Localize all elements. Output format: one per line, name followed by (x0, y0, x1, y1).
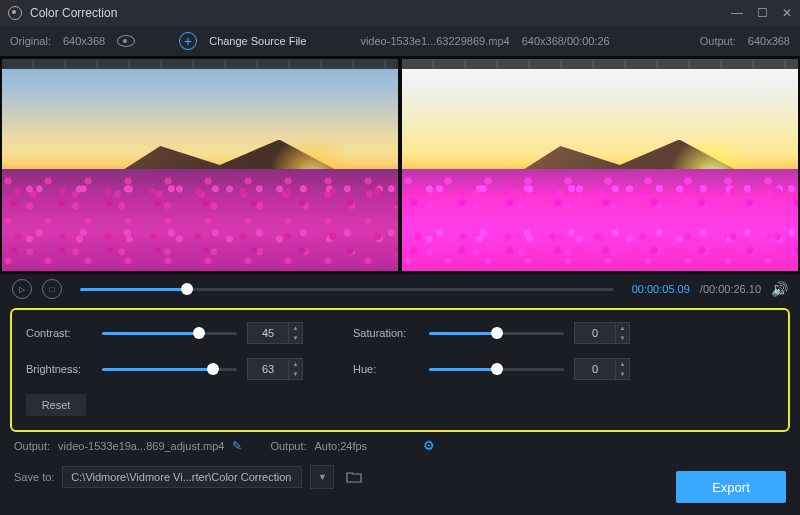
original-label: Original: (10, 35, 51, 47)
minimize-button[interactable]: — (731, 6, 743, 20)
eye-icon[interactable] (117, 35, 135, 47)
hue-label: Hue: (353, 363, 419, 375)
path-dropdown-button[interactable]: ▼ (310, 465, 334, 489)
color-correction-panel: Contrast: 45▲▼ Saturation: 0▲▼ Brightnes… (10, 308, 790, 432)
chevron-down-icon: ▼ (616, 369, 629, 379)
chevron-up-icon: ▲ (616, 359, 629, 369)
source-filename: video-1533e1...63229869.mp4 (360, 35, 509, 47)
save-to-label: Save to: (14, 471, 54, 483)
chevron-up-icon: ▲ (289, 359, 302, 369)
plus-icon[interactable]: + (179, 32, 197, 50)
hue-slider[interactable] (429, 368, 564, 371)
chevron-down-icon: ▼ (289, 369, 302, 379)
gear-icon[interactable]: ⚙ (423, 438, 435, 453)
preview-original (2, 59, 398, 271)
output-format-label: Output: (270, 440, 306, 452)
brightness-slider[interactable] (102, 368, 237, 371)
folder-icon[interactable] (342, 465, 366, 489)
contrast-slider[interactable] (102, 332, 237, 335)
chevron-up-icon: ▲ (289, 323, 302, 333)
saturation-spinner[interactable]: 0▲▼ (574, 322, 630, 344)
source-meta: 640x368/00:00:26 (522, 35, 610, 47)
play-button[interactable]: ▷ (12, 279, 32, 299)
save-path-field[interactable]: C:\Vidmore\Vidmore Vi...rter\Color Corre… (62, 466, 302, 488)
export-button[interactable]: Export (676, 471, 786, 503)
output-row: Output: video-1533e19a...869_adjust.mp4 … (0, 432, 800, 459)
chevron-up-icon: ▲ (616, 323, 629, 333)
titlebar: Color Correction — ☐ ✕ (0, 0, 800, 26)
output-label: Output: (700, 35, 736, 47)
output-filename: video-1533e19a...869_adjust.mp4 (58, 440, 224, 452)
output-resolution: 640x368 (748, 35, 790, 47)
contrast-spinner[interactable]: 45▲▼ (247, 322, 303, 344)
preview-adjusted (402, 59, 798, 271)
window-title: Color Correction (30, 6, 731, 20)
preview-area (0, 56, 800, 274)
stop-button[interactable]: □ (42, 279, 62, 299)
pencil-icon[interactable]: ✎ (232, 439, 242, 453)
time-total: /00:00:26.10 (700, 283, 761, 295)
saturation-slider[interactable] (429, 332, 564, 335)
time-current: 00:00:05.09 (632, 283, 690, 295)
original-resolution: 640x368 (63, 35, 105, 47)
info-bar: Original: 640x368 + Change Source File v… (0, 26, 800, 56)
app-logo-icon (8, 6, 22, 20)
output-file-label: Output: (14, 440, 50, 452)
timeline-track[interactable] (80, 288, 614, 291)
volume-icon[interactable]: 🔊 (771, 281, 788, 297)
maximize-button[interactable]: ☐ (757, 6, 768, 20)
hue-spinner[interactable]: 0▲▼ (574, 358, 630, 380)
contrast-label: Contrast: (26, 327, 92, 339)
brightness-spinner[interactable]: 63▲▼ (247, 358, 303, 380)
output-format: Auto;24fps (315, 440, 368, 452)
reset-button[interactable]: Reset (26, 394, 86, 416)
brightness-label: Brightness: (26, 363, 92, 375)
close-button[interactable]: ✕ (782, 6, 792, 20)
change-source-button[interactable]: Change Source File (209, 35, 306, 47)
chevron-down-icon: ▼ (616, 333, 629, 343)
saturation-label: Saturation: (353, 327, 419, 339)
chevron-down-icon: ▼ (289, 333, 302, 343)
timeline-bar: ▷ □ 00:00:05.09/00:00:26.10 🔊 (0, 274, 800, 304)
